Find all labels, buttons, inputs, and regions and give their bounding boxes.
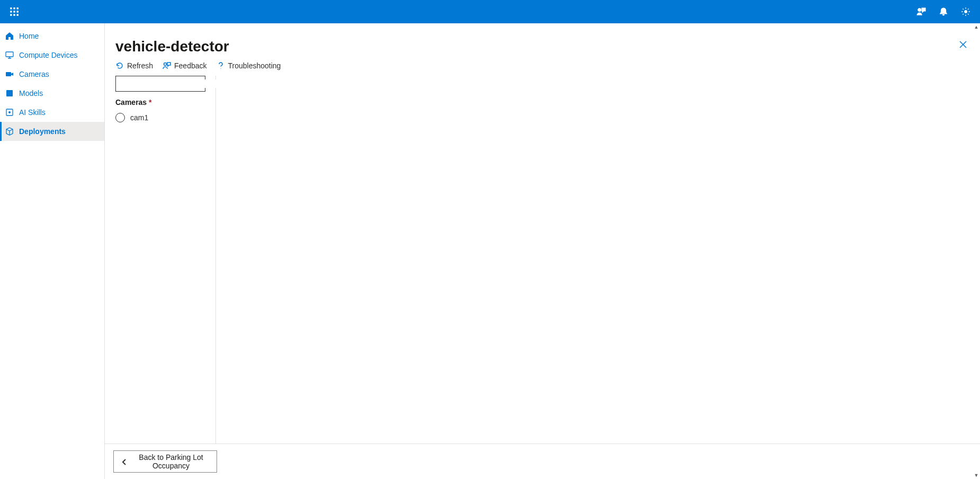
models-icon xyxy=(5,89,14,97)
feedback-person-icon[interactable] xyxy=(914,5,928,19)
back-button-label: Back to Parking Lot Occupancy xyxy=(133,453,209,470)
svg-rect-4 xyxy=(13,11,15,12)
refresh-button[interactable]: Refresh xyxy=(115,61,153,70)
settings-gear-icon[interactable] xyxy=(959,5,973,19)
camera-option-label: cam1 xyxy=(130,113,148,122)
feedback-icon xyxy=(163,61,171,70)
toolbar-label: Troubleshooting xyxy=(228,61,281,70)
help-icon xyxy=(217,61,225,70)
notifications-icon[interactable] xyxy=(937,5,950,19)
svg-point-10 xyxy=(965,11,967,13)
svg-rect-5 xyxy=(17,11,19,12)
search-field[interactable] xyxy=(123,79,216,88)
svg-point-15 xyxy=(8,111,11,113)
toolbar: Refresh Feedback Troubleshooting xyxy=(105,58,980,75)
sidebar-item-home[interactable]: Home xyxy=(0,26,104,46)
home-icon xyxy=(5,32,14,40)
chevron-left-icon xyxy=(121,458,128,465)
svg-rect-3 xyxy=(10,11,12,12)
sidebar-item-compute-devices[interactable]: Compute Devices xyxy=(0,46,104,65)
sidebar-item-cameras[interactable]: Cameras xyxy=(0,65,104,84)
camera-option-cam1[interactable]: cam1 xyxy=(115,112,205,123)
cameras-section-label: Cameras * xyxy=(115,98,205,107)
sidebar-item-label: Cameras xyxy=(19,70,49,78)
toolbar-label: Refresh xyxy=(127,61,153,70)
back-button[interactable]: Back to Parking Lot Occupancy xyxy=(113,450,217,473)
svg-rect-6 xyxy=(10,14,12,16)
sidebar-item-label: Home xyxy=(19,32,39,40)
toolbar-label: Feedback xyxy=(174,61,206,70)
top-bar xyxy=(0,0,980,23)
cameras-icon xyxy=(5,70,14,78)
troubleshooting-button[interactable]: Troubleshooting xyxy=(217,61,281,70)
svg-point-16 xyxy=(164,63,167,66)
main-content: vehicle-detector Refresh Feedback Troubl… xyxy=(105,23,980,479)
detail-panel xyxy=(216,76,980,443)
page-title: vehicle-detector xyxy=(115,38,229,55)
svg-rect-11 xyxy=(6,52,13,57)
feedback-button[interactable]: Feedback xyxy=(163,61,206,70)
close-button[interactable] xyxy=(957,38,969,53)
sidebar-item-ai-skills[interactable]: AI Skills xyxy=(0,103,104,122)
deployments-icon xyxy=(5,127,14,136)
refresh-icon xyxy=(115,61,124,70)
svg-point-9 xyxy=(918,8,921,12)
sidebar-item-label: Deployments xyxy=(19,127,66,136)
ai-skills-icon xyxy=(5,108,14,117)
sidebar: Home Compute Devices Cameras Models AI S… xyxy=(0,23,105,479)
cameras-panel: Cameras * cam1 xyxy=(105,76,216,443)
sidebar-item-deployments[interactable]: Deployments xyxy=(0,122,104,141)
required-indicator: * xyxy=(149,98,151,107)
radio-icon xyxy=(115,113,125,122)
svg-rect-13 xyxy=(6,90,13,96)
app-launcher-icon[interactable] xyxy=(7,5,21,19)
svg-rect-7 xyxy=(13,14,15,16)
svg-rect-12 xyxy=(6,72,11,76)
svg-rect-0 xyxy=(10,7,12,9)
scroll-up-arrow[interactable]: ▲ xyxy=(973,23,980,31)
sidebar-item-label: Compute Devices xyxy=(19,51,78,59)
compute-devices-icon xyxy=(5,51,14,59)
sidebar-item-models[interactable]: Models xyxy=(0,84,104,103)
sidebar-item-label: AI Skills xyxy=(19,108,46,117)
svg-rect-2 xyxy=(17,7,19,9)
search-input[interactable] xyxy=(115,76,205,92)
svg-rect-8 xyxy=(17,14,19,16)
svg-rect-1 xyxy=(13,7,15,9)
footer: Back to Parking Lot Occupancy xyxy=(105,443,980,479)
scroll-down-arrow[interactable]: ▼ xyxy=(973,472,980,479)
sidebar-item-label: Models xyxy=(19,89,43,97)
